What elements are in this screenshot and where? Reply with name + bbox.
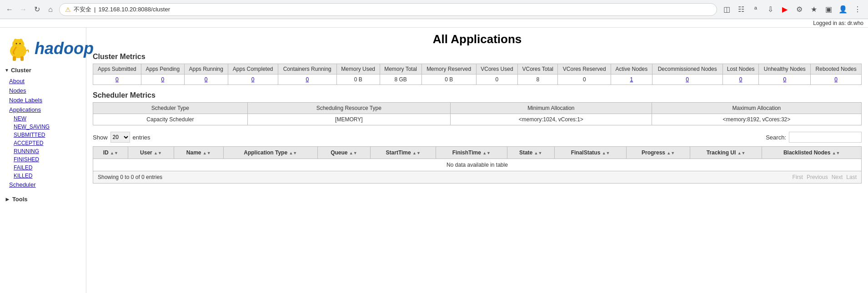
scheduler-val-0: Capacity Scheduler [93,114,248,125]
address-bar[interactable]: ⚠ 不安全 | 192.168.10.20:8088/cluster [59,3,717,16]
browser-chrome: ← → ↻ ⌂ ⚠ 不安全 | 192.168.10.20:8088/clust… [0,0,868,19]
menu-icon[interactable]: ⋮ [852,4,863,15]
apps-col-starttime[interactable]: StartTime ▲▼ [371,147,436,159]
scheduler-col-scheduling-resource-type: Scheduling Resource Type [247,103,450,114]
sidebar-item-app-new-saving[interactable]: NEW_SAVING [0,123,86,131]
refresh-button[interactable]: ↻ [32,5,42,15]
cluster-metrics-val-14[interactable]: 0 [759,74,811,85]
cluster-metrics-col-apps-completed: Apps Completed [228,64,278,74]
cluster-metrics-val-6: 8 GB [380,74,421,85]
cluster-metrics-val-0[interactable]: 0 [93,74,141,85]
sidebar-item-app-running[interactable]: RUNNING [0,147,86,155]
cluster-metrics-val-3[interactable]: 0 [228,74,278,85]
sort-icon: ▲▼ [289,151,297,155]
svg-point-6 [16,43,17,45]
no-data-cell: No data available in table [93,159,862,171]
sidebar-item-app-accepted[interactable]: ACCEPTED [0,139,86,147]
apps-col-progress[interactable]: Progress ▲▼ [627,147,690,159]
cluster-metrics-val-4[interactable]: 0 [278,74,336,85]
cluster-metrics-val-2[interactable]: 0 [184,74,228,85]
home-button[interactable]: ⌂ [45,5,55,15]
sidebar-item-app-new[interactable]: NEW [0,114,86,123]
apps-col-state[interactable]: State ▲▼ [507,147,554,159]
sort-icon: ▲▼ [203,151,211,155]
sidebar-item-app-submitted[interactable]: SUBMITTED [0,131,86,139]
sidebar-tools-header[interactable]: ► Tools [0,193,86,205]
entries-label: entries [133,134,151,141]
apps-col-application-type[interactable]: Application Type ▲▼ [223,147,317,159]
cluster-metrics-val-11[interactable]: 1 [611,74,652,85]
hadoop-logo: hadoop [5,35,94,62]
apps-col-finishtime[interactable]: FinishTime ▲▼ [436,147,507,159]
browser-toolbar: ◫ ☷ ª ⇩ ▶ ⚙ ★ ▣ 👤 ⋮ [721,4,863,15]
cluster-metrics-col-vcores-total: VCores Total [518,64,558,74]
apps-col-user[interactable]: User ▲▼ [128,147,174,159]
table-controls: Show 10202550100 entries Search: [93,132,862,143]
sort-icon: ▲▼ [482,151,491,155]
previous-page-btn[interactable]: Previous [807,174,828,180]
scheduler-col-maximum-allocation: Maximum Allocation [652,103,861,114]
sidebar-item-scheduler[interactable]: Scheduler [0,180,86,189]
entries-select[interactable]: 10202550100 [110,132,130,143]
cluster-metrics-col-unhealthy-nodes: Unhealthy Nodes [759,64,811,74]
apps-col-tracking-ui[interactable]: Tracking UI ▲▼ [690,147,762,159]
cluster-metrics-col-active-nodes: Active Nodes [611,64,652,74]
cluster-metrics-val-1[interactable]: 0 [141,74,184,85]
sidebar-item-node-labels[interactable]: Node Labels [0,95,86,105]
cast-icon[interactable]: ◫ [721,4,733,15]
sidebar-item-app-killed[interactable]: KILLED [0,172,86,180]
security-warning-icon: ⚠ [65,6,71,13]
cluster-metrics-head: Apps SubmittedApps PendingApps RunningAp… [93,64,862,74]
apps-col-name[interactable]: Name ▲▼ [174,147,223,159]
last-page-btn[interactable]: Last [846,174,857,180]
sidebar-item-applications[interactable]: Applications [0,105,86,114]
grid-icon[interactable]: ☷ [735,4,747,15]
profile-icon[interactable]: 👤 [837,4,849,15]
cluster-metrics-val-7: 0 B [421,74,476,85]
extensions-icon[interactable]: ⚙ [793,4,805,15]
cluster-metrics-col-apps-submitted: Apps Submitted [93,64,141,74]
url-text: 192.168.10.20:8088/cluster [98,6,711,13]
apps-col-finalstatus[interactable]: FinalStatus ▲▼ [554,147,627,159]
pagination-links: First Previous Next Last [793,174,857,180]
cluster-metrics-val-12[interactable]: 0 [652,74,722,85]
cluster-metrics-val-15[interactable]: 0 [811,74,862,85]
back-button[interactable]: ← [5,5,15,15]
search-input[interactable] [789,132,862,143]
bookmark-icon[interactable]: ★ [808,4,820,15]
scheduler-val-3: <memory:8192, vCores:32> [652,114,861,125]
download-icon[interactable]: ⇩ [764,4,776,15]
apps-col-id[interactable]: ID ▲▼ [93,147,128,159]
forward-button[interactable]: → [18,5,28,15]
sidebar-item-app-finished[interactable]: FINISHED [0,155,86,164]
cluster-metrics-col-memory-reserved: Memory Reserved [421,64,476,74]
sort-icon: ▲▼ [738,151,746,155]
cluster-metrics-val-8: 0 [476,74,517,85]
url-separator: | [94,6,95,13]
apps-col-queue[interactable]: Queue ▲▼ [317,147,371,159]
translate-icon[interactable]: ª [750,4,762,15]
hadoop-title: hadoop [35,39,94,58]
first-page-btn[interactable]: First [793,174,803,180]
app-wrapper: hadoop ▼ Cluster About Nodes Node Labels… [0,28,868,293]
sidebar-cluster-header[interactable]: ▼ Cluster [0,64,86,76]
sidebar-tools-label: Tools [12,196,28,203]
sidebar: hadoop ▼ Cluster About Nodes Node Labels… [0,28,86,293]
sidebar-item-app-failed[interactable]: FAILED [0,164,86,172]
cluster-metrics-val-5: 0 B [336,74,380,85]
sidebar-item-about[interactable]: About [0,76,86,86]
sidebar-item-nodes[interactable]: Nodes [0,86,86,95]
sort-icon: ▲▼ [154,151,162,155]
youtube-icon[interactable]: ▶ [779,4,791,15]
sort-icon: ▲▼ [832,151,840,155]
apps-col-blacklisted-nodes[interactable]: Blacklisted Nodes ▲▼ [762,147,862,159]
scheduler-col-scheduler-type: Scheduler Type [93,103,248,114]
scheduler-metrics-title: Scheduler Metrics [93,91,862,99]
cluster-arrow-icon: ▼ [5,68,9,73]
scheduler-col-minimum-allocation: Minimum Allocation [450,103,652,114]
page-title: All Applications [93,32,862,46]
cluster-metrics-val-13[interactable]: 0 [722,74,759,85]
tab-icon[interactable]: ▣ [823,4,834,15]
scheduler-metrics-table: Scheduler TypeScheduling Resource TypeMi… [93,102,862,125]
next-page-btn[interactable]: Next [832,174,843,180]
